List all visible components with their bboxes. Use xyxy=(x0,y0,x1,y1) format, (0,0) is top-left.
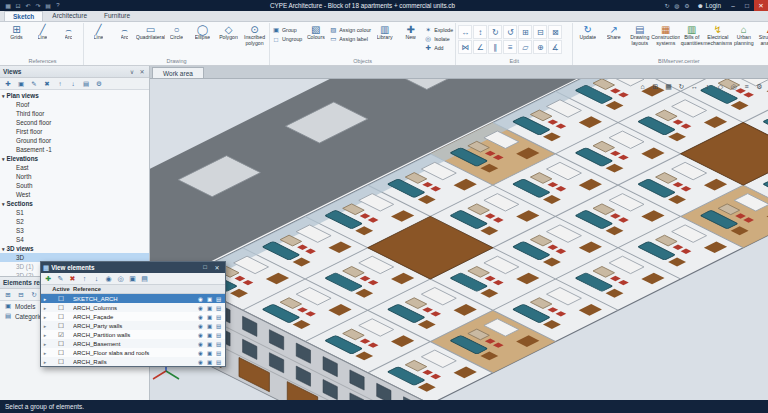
maximize-button[interactable]: □ xyxy=(740,0,754,11)
new-view-icon[interactable]: ✚ xyxy=(3,80,13,88)
visibility-icon[interactable]: ◉ xyxy=(196,296,205,302)
orbit-icon[interactable]: ↻ xyxy=(676,81,687,92)
settings-icon[interactable]: ⚙ xyxy=(682,2,692,9)
pan-icon[interactable]: ↔ xyxy=(689,81,700,92)
expander-icon[interactable]: ▸ xyxy=(41,332,49,338)
expander-icon[interactable]: ▸ xyxy=(41,350,49,356)
urban-planning-button[interactable]: ⌂Urban planning xyxy=(731,23,756,46)
element-row-arch-partition-walls[interactable]: ▸☑ARCH_Partition walls◉▣▤ xyxy=(41,330,225,339)
visibility-icon[interactable]: ◉ xyxy=(196,314,205,320)
hide-all-icon[interactable]: ◎ xyxy=(116,275,125,283)
grid-toggle-icon[interactable]: ⊞ xyxy=(650,81,661,92)
active-checkbox[interactable]: ☐ xyxy=(49,349,73,357)
tree-section-sections[interactable]: ▾Sections xyxy=(0,199,149,208)
view-item-first-floor[interactable]: First floor xyxy=(0,127,149,136)
expander-icon[interactable]: ▸ xyxy=(41,323,49,329)
move-down-icon[interactable]: ↓ xyxy=(68,80,78,87)
grids-button[interactable]: ⊞Grids xyxy=(4,23,29,41)
home-view-icon[interactable]: ⌂ xyxy=(637,81,648,92)
tree-section-3d-views[interactable]: ▾3D views xyxy=(0,244,149,253)
element-row-arch-columns[interactable]: ▸☐ARCH_Columns◉▣▤ xyxy=(41,303,225,312)
web-icon[interactable]: ◍ xyxy=(672,2,682,9)
lock-icon[interactable]: ▣ xyxy=(205,341,214,347)
print-icon[interactable]: ▤ xyxy=(214,305,223,311)
delete-element-icon[interactable]: ✖ xyxy=(68,275,77,283)
element-row-arch-floor-slabs-and-roofs[interactable]: ▸☐ARCH_Floor slabs and roofs◉▣▤ xyxy=(41,348,225,357)
offset-icon[interactable]: ▱ xyxy=(518,40,532,54)
view-item-s1[interactable]: S1 xyxy=(0,208,149,217)
update-button[interactable]: ↻Update xyxy=(575,23,600,41)
ungroup-button[interactable]: □Ungroup xyxy=(272,35,302,43)
zoom-icon[interactable]: ↕ xyxy=(702,81,713,92)
lock-icon[interactable]: ▣ xyxy=(205,305,214,311)
active-checkbox[interactable]: ☐ xyxy=(49,340,73,348)
shading-icon[interactable]: ◎ xyxy=(728,81,739,92)
lock-icon[interactable]: ▣ xyxy=(205,296,214,302)
line-button[interactable]: ╱Line xyxy=(86,23,111,41)
edit-element-icon[interactable]: ✎ xyxy=(56,275,65,283)
print-icon[interactable]: ▤ xyxy=(214,323,223,329)
element-row-sketch-arch[interactable]: ▸☐SKETCH_ARCH◉▣▤ xyxy=(41,294,225,303)
visibility-icon[interactable]: ◉ xyxy=(196,341,205,347)
assign-colour-button[interactable]: ▨Assign colour xyxy=(329,26,371,34)
view-item-ground-floor[interactable]: Ground floor xyxy=(0,136,149,145)
viewport-3d-scene[interactable]: Z xyxy=(150,79,768,400)
add-button[interactable]: ✚Add xyxy=(424,44,453,52)
view-item-second-floor[interactable]: Second floor xyxy=(0,118,149,127)
visibility-icon[interactable]: ◉ xyxy=(196,350,205,356)
close-button[interactable]: ✕ xyxy=(754,0,768,11)
print-view-icon[interactable]: ▤ xyxy=(81,80,91,88)
duplicate-view-icon[interactable]: ▣ xyxy=(16,80,26,88)
construction-systems-button[interactable]: ▦Construction systems xyxy=(653,23,678,46)
tab-architecture[interactable]: Architecture xyxy=(44,11,95,21)
print-icon[interactable]: ▤ xyxy=(214,332,223,338)
view-item-north[interactable]: North xyxy=(0,172,149,181)
tab-sketch[interactable]: Sketch xyxy=(4,11,43,21)
delete-view-icon[interactable]: ✖ xyxy=(42,80,52,88)
lock-icon[interactable]: ▣ xyxy=(205,323,214,329)
visibility-icon[interactable]: ◉ xyxy=(196,332,205,338)
expander-icon[interactable]: ▸ xyxy=(41,341,49,347)
lock-icon[interactable]: ▣ xyxy=(205,359,214,365)
active-checkbox[interactable]: ☐ xyxy=(49,358,73,366)
element-row-arch-rails[interactable]: ▸☐ARCH_Rails◉▣▤ xyxy=(41,357,225,366)
collapse-all-icon[interactable]: ⊟ xyxy=(16,291,26,299)
expander-icon[interactable]: ▸ xyxy=(41,296,49,302)
dialog-close-button[interactable]: ✕ xyxy=(211,264,223,271)
parallel-icon[interactable]: ∥ xyxy=(488,40,502,54)
explode-button[interactable]: ✶Explode xyxy=(424,26,453,34)
move-vertical-icon[interactable]: ↕ xyxy=(473,25,487,39)
tab-furniture[interactable]: Furniture xyxy=(96,11,138,21)
print-elements-icon[interactable]: ▤ xyxy=(140,275,149,283)
active-checkbox[interactable]: ☐ xyxy=(49,304,73,312)
view-item-third-floor[interactable]: Third floor xyxy=(0,109,149,118)
lock-icon[interactable]: ▣ xyxy=(205,350,214,356)
scale-icon[interactable]: ⊕ xyxy=(533,40,547,54)
arc-button[interactable]: ⌢Arc xyxy=(112,23,137,41)
lock-all-icon[interactable]: ▣ xyxy=(128,275,137,283)
bills-of-quantities-button[interactable]: ▥Bills of quantities xyxy=(679,23,704,46)
new-button[interactable]: ✚New xyxy=(398,23,423,41)
dialog-maximize-button[interactable]: □ xyxy=(199,264,211,271)
mirror-icon[interactable]: ⋈ xyxy=(458,40,472,54)
structural-analysis-button[interactable]: ▲Structural analysis xyxy=(757,23,768,46)
copy-icon[interactable]: ⊞ xyxy=(518,25,532,39)
tree-section-elevations[interactable]: ▾Elevations xyxy=(0,154,149,163)
view-item-east[interactable]: East xyxy=(0,163,149,172)
print-icon[interactable]: ▤ xyxy=(214,314,223,320)
lock-icon[interactable]: ▣ xyxy=(205,332,214,338)
edit-view-icon[interactable]: ✎ xyxy=(29,80,39,88)
redo-icon[interactable]: ↷ xyxy=(33,2,43,9)
expander-icon[interactable]: ▸ xyxy=(41,359,49,365)
inscribed-polygon-button[interactable]: ⊙Inscribed polygon xyxy=(242,23,267,46)
view-item-s3[interactable]: S3 xyxy=(0,226,149,235)
delete-element-icon[interactable]: ⊠ xyxy=(548,25,562,39)
active-checkbox[interactable]: ☐ xyxy=(49,322,73,330)
print-icon[interactable]: ▤ xyxy=(214,296,223,302)
library-button[interactable]: ▥Library xyxy=(372,23,397,41)
move-icon[interactable]: ↔ xyxy=(458,25,472,39)
show-all-icon[interactable]: ◉ xyxy=(104,275,113,283)
undo-icon[interactable]: ↶ xyxy=(23,2,33,9)
layers-icon[interactable]: ▦ xyxy=(663,81,674,92)
tab-work-area[interactable]: Work area xyxy=(152,67,204,78)
